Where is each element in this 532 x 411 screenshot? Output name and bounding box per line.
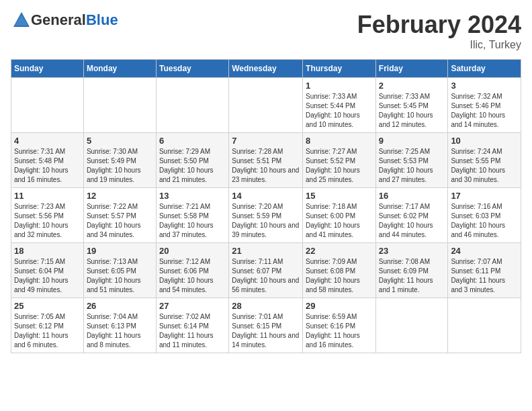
calendar-cell: 22Sunrise: 7:09 AMSunset: 6:08 PMDayligh… — [303, 243, 376, 298]
day-number: 5 — [87, 136, 153, 146]
day-info: Sunrise: 7:33 AMSunset: 5:45 PMDaylight:… — [379, 92, 445, 130]
day-number: 16 — [379, 191, 445, 201]
calendar-cell: 21Sunrise: 7:11 AMSunset: 6:07 PMDayligh… — [229, 243, 303, 298]
calendar-cell: 18Sunrise: 7:15 AMSunset: 6:04 PMDayligh… — [11, 243, 84, 298]
day-info: Sunrise: 7:31 AMSunset: 5:48 PMDaylight:… — [14, 147, 81, 185]
weekday-header: Sunday — [11, 60, 84, 78]
calendar-week-row: 11Sunrise: 7:23 AMSunset: 5:56 PMDayligh… — [11, 188, 521, 243]
day-number: 20 — [159, 246, 226, 256]
calendar-cell: 24Sunrise: 7:07 AMSunset: 6:11 PMDayligh… — [448, 243, 521, 298]
day-number: 3 — [451, 81, 518, 91]
day-number: 29 — [306, 301, 373, 311]
weekday-header: Monday — [83, 60, 156, 78]
day-info: Sunrise: 7:29 AMSunset: 5:50 PMDaylight:… — [159, 147, 226, 185]
day-number: 28 — [232, 301, 300, 311]
day-info: Sunrise: 7:07 AMSunset: 6:11 PMDaylight:… — [451, 257, 518, 295]
calendar-cell: 6Sunrise: 7:29 AMSunset: 5:50 PMDaylight… — [156, 133, 228, 188]
location-title: Ilic, Turkey — [357, 39, 521, 51]
logo: GeneralBlue — [11, 11, 118, 30]
day-number: 25 — [14, 301, 81, 311]
calendar-cell: 25Sunrise: 7:05 AMSunset: 6:12 PMDayligh… — [11, 298, 84, 353]
day-number: 11 — [14, 191, 81, 201]
day-number: 4 — [14, 136, 81, 146]
weekday-header: Wednesday — [229, 60, 303, 78]
day-info: Sunrise: 7:17 AMSunset: 6:02 PMDaylight:… — [379, 202, 445, 240]
calendar-cell: 27Sunrise: 7:02 AMSunset: 6:14 PMDayligh… — [156, 298, 228, 353]
day-info: Sunrise: 7:33 AMSunset: 5:44 PMDaylight:… — [306, 92, 373, 130]
day-info: Sunrise: 7:21 AMSunset: 5:58 PMDaylight:… — [159, 202, 226, 240]
day-number: 9 — [379, 136, 445, 146]
calendar-week-row: 1Sunrise: 7:33 AMSunset: 5:44 PMDaylight… — [11, 78, 521, 133]
day-number: 1 — [306, 81, 373, 91]
day-number: 27 — [159, 301, 226, 311]
logo-blue: Blue — [86, 11, 118, 28]
calendar-cell: 20Sunrise: 7:12 AMSunset: 6:06 PMDayligh… — [156, 243, 228, 298]
calendar-cell: 9Sunrise: 7:25 AMSunset: 5:53 PMDaylight… — [375, 133, 448, 188]
calendar-cell: 11Sunrise: 7:23 AMSunset: 5:56 PMDayligh… — [11, 188, 84, 243]
calendar-cell: 4Sunrise: 7:31 AMSunset: 5:48 PMDaylight… — [11, 133, 84, 188]
day-number: 26 — [87, 301, 153, 311]
calendar-cell — [375, 298, 448, 353]
logo-general: General — [31, 11, 86, 28]
calendar-cell: 23Sunrise: 7:08 AMSunset: 6:09 PMDayligh… — [375, 243, 448, 298]
calendar-header-row: SundayMondayTuesdayWednesdayThursdayFrid… — [11, 60, 521, 78]
calendar-cell: 8Sunrise: 7:27 AMSunset: 5:52 PMDaylight… — [303, 133, 376, 188]
day-number: 23 — [379, 246, 445, 256]
weekday-header: Thursday — [303, 60, 376, 78]
day-info: Sunrise: 7:04 AMSunset: 6:13 PMDaylight:… — [87, 312, 153, 350]
svg-marker-1 — [15, 15, 28, 26]
calendar-cell: 26Sunrise: 7:04 AMSunset: 6:13 PMDayligh… — [83, 298, 156, 353]
day-info: Sunrise: 7:01 AMSunset: 6:15 PMDaylight:… — [232, 312, 300, 350]
page-header: GeneralBlue February 2024 Ilic, Turkey — [11, 11, 521, 51]
day-info: Sunrise: 7:25 AMSunset: 5:53 PMDaylight:… — [379, 147, 445, 185]
day-info: Sunrise: 7:27 AMSunset: 5:52 PMDaylight:… — [306, 147, 373, 185]
calendar-cell: 14Sunrise: 7:20 AMSunset: 5:59 PMDayligh… — [229, 188, 303, 243]
day-info: Sunrise: 7:32 AMSunset: 5:46 PMDaylight:… — [451, 92, 518, 130]
day-number: 12 — [87, 191, 153, 201]
calendar-cell: 29Sunrise: 6:59 AMSunset: 6:16 PMDayligh… — [303, 298, 376, 353]
day-info: Sunrise: 7:18 AMSunset: 6:00 PMDaylight:… — [306, 202, 373, 240]
calendar-cell — [11, 78, 84, 133]
weekday-header: Friday — [375, 60, 448, 78]
month-title: February 2024 — [357, 11, 521, 39]
day-info: Sunrise: 7:13 AMSunset: 6:05 PMDaylight:… — [87, 257, 153, 295]
day-info: Sunrise: 7:12 AMSunset: 6:06 PMDaylight:… — [159, 257, 226, 295]
day-info: Sunrise: 7:30 AMSunset: 5:49 PMDaylight:… — [87, 147, 153, 185]
calendar-cell: 19Sunrise: 7:13 AMSunset: 6:05 PMDayligh… — [83, 243, 156, 298]
day-number: 24 — [451, 246, 518, 256]
day-number: 14 — [232, 191, 300, 201]
day-number: 8 — [306, 136, 373, 146]
calendar-cell — [448, 298, 521, 353]
day-info: Sunrise: 7:08 AMSunset: 6:09 PMDaylight:… — [379, 257, 445, 295]
calendar-cell: 10Sunrise: 7:24 AMSunset: 5:55 PMDayligh… — [448, 133, 521, 188]
calendar-cell: 12Sunrise: 7:22 AMSunset: 5:57 PMDayligh… — [83, 188, 156, 243]
day-number: 17 — [451, 191, 518, 201]
calendar-cell: 2Sunrise: 7:33 AMSunset: 5:45 PMDaylight… — [375, 78, 448, 133]
calendar-week-row: 4Sunrise: 7:31 AMSunset: 5:48 PMDaylight… — [11, 133, 521, 188]
calendar-cell: 7Sunrise: 7:28 AMSunset: 5:51 PMDaylight… — [229, 133, 303, 188]
calendar-cell: 1Sunrise: 7:33 AMSunset: 5:44 PMDaylight… — [303, 78, 376, 133]
day-number: 6 — [159, 136, 226, 146]
calendar-cell: 15Sunrise: 7:18 AMSunset: 6:00 PMDayligh… — [303, 188, 376, 243]
day-info: Sunrise: 6:59 AMSunset: 6:16 PMDaylight:… — [306, 312, 373, 350]
day-number: 22 — [306, 246, 373, 256]
day-number: 7 — [232, 136, 300, 146]
day-number: 10 — [451, 136, 518, 146]
calendar-cell — [83, 78, 156, 133]
day-info: Sunrise: 7:22 AMSunset: 5:57 PMDaylight:… — [87, 202, 153, 240]
day-info: Sunrise: 7:20 AMSunset: 5:59 PMDaylight:… — [232, 202, 300, 240]
day-number: 21 — [232, 246, 300, 256]
calendar-cell: 13Sunrise: 7:21 AMSunset: 5:58 PMDayligh… — [156, 188, 228, 243]
calendar-week-row: 25Sunrise: 7:05 AMSunset: 6:12 PMDayligh… — [11, 298, 521, 353]
calendar-cell: 28Sunrise: 7:01 AMSunset: 6:15 PMDayligh… — [229, 298, 303, 353]
weekday-header: Saturday — [448, 60, 521, 78]
day-number: 19 — [87, 246, 153, 256]
calendar-cell: 16Sunrise: 7:17 AMSunset: 6:02 PMDayligh… — [375, 188, 448, 243]
calendar-cell: 17Sunrise: 7:16 AMSunset: 6:03 PMDayligh… — [448, 188, 521, 243]
calendar-cell — [156, 78, 228, 133]
day-info: Sunrise: 7:05 AMSunset: 6:12 PMDaylight:… — [14, 312, 81, 350]
logo-icon — [12, 11, 31, 30]
day-info: Sunrise: 7:24 AMSunset: 5:55 PMDaylight:… — [451, 147, 518, 185]
day-number: 15 — [306, 191, 373, 201]
day-number: 18 — [14, 246, 81, 256]
